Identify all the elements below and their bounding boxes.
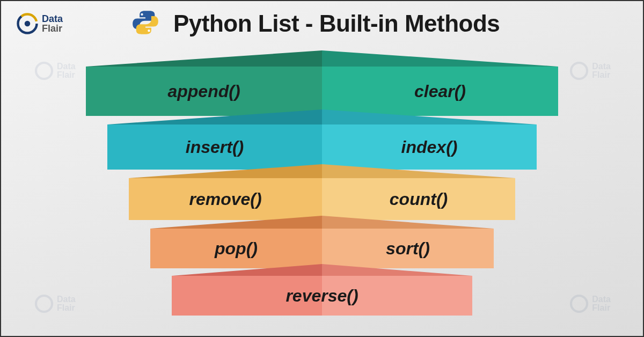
svg-marker-13 xyxy=(322,67,558,116)
svg-marker-24 xyxy=(150,229,322,268)
svg-marker-14 xyxy=(107,109,322,124)
svg-marker-21 xyxy=(322,178,515,220)
svg-marker-19 xyxy=(322,164,515,178)
svg-point-2 xyxy=(25,21,31,27)
svg-marker-16 xyxy=(107,124,322,170)
svg-marker-17 xyxy=(322,124,537,170)
dataflair-swirl-icon xyxy=(16,12,39,35)
svg-marker-10 xyxy=(86,50,322,67)
page-title: Python List - Built-in Methods xyxy=(173,10,500,37)
svg-marker-11 xyxy=(322,50,558,67)
svg-marker-29 xyxy=(322,276,472,316)
funnel-row-1: insert() index() xyxy=(107,109,537,171)
svg-marker-12 xyxy=(86,67,322,116)
svg-marker-15 xyxy=(322,109,537,124)
brand-line2: Flair xyxy=(42,24,63,33)
funnel-row-2: remove() count() xyxy=(129,164,515,222)
funnel-row-0: append() clear() xyxy=(86,50,558,116)
svg-marker-23 xyxy=(322,216,494,229)
svg-marker-28 xyxy=(172,276,322,316)
python-logo-icon xyxy=(131,9,159,39)
funnel-diagram: append() clear() insert() index() remove… xyxy=(1,45,643,324)
brand-line1: Data xyxy=(42,14,63,24)
funnel-row-bottom: reverse() xyxy=(172,264,472,318)
svg-marker-26 xyxy=(172,264,322,276)
dataflair-wordmark: Data Flair xyxy=(42,14,63,33)
svg-marker-27 xyxy=(322,264,472,276)
svg-point-4 xyxy=(148,30,150,32)
svg-point-3 xyxy=(141,13,143,16)
dataflair-logo: Data Flair xyxy=(16,12,63,35)
svg-marker-22 xyxy=(150,216,322,229)
svg-marker-25 xyxy=(322,229,494,268)
svg-marker-20 xyxy=(129,178,322,220)
svg-marker-18 xyxy=(129,164,322,178)
funnel-row-3: pop() sort() xyxy=(150,216,494,270)
header: Data Flair Python List - Built-in Method… xyxy=(1,1,643,42)
